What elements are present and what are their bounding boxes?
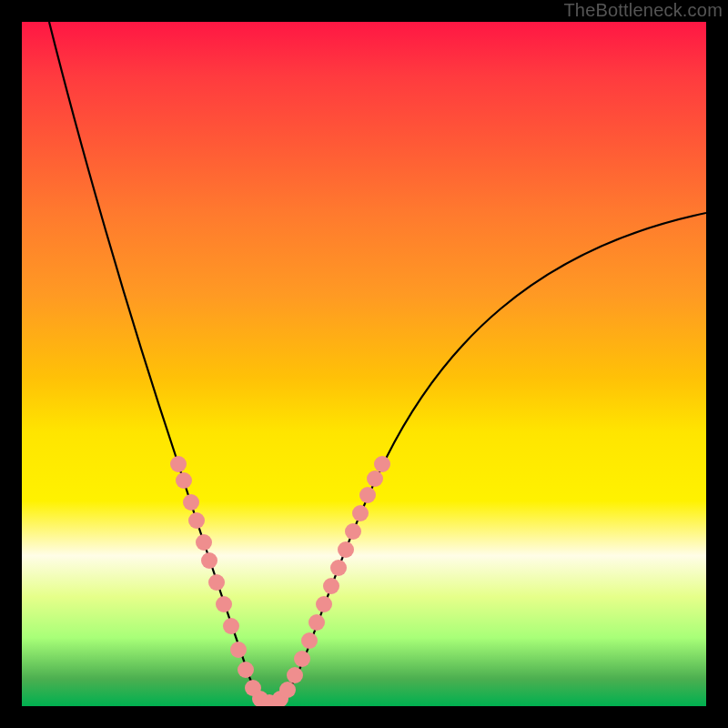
svg-point-5 — [201, 552, 217, 569]
svg-point-28 — [374, 456, 390, 472]
svg-point-17 — [294, 651, 310, 667]
chart-plot-area — [22, 22, 706, 706]
bottleneck-curve — [49, 22, 706, 704]
svg-point-23 — [338, 541, 354, 558]
svg-point-18 — [301, 632, 318, 649]
svg-point-6 — [208, 574, 225, 591]
svg-point-25 — [352, 505, 369, 521]
svg-point-19 — [308, 614, 325, 631]
svg-point-7 — [216, 596, 232, 612]
svg-point-3 — [188, 512, 205, 529]
svg-point-24 — [345, 523, 361, 540]
chart-svg — [22, 22, 706, 706]
svg-point-22 — [330, 560, 347, 576]
svg-point-9 — [230, 642, 247, 658]
chart-frame: TheBottleneck.com — [0, 0, 728, 728]
svg-point-16 — [287, 667, 303, 683]
svg-point-15 — [279, 682, 296, 698]
svg-point-26 — [359, 487, 376, 503]
watermark-text: TheBottleneck.com — [563, 0, 723, 21]
svg-point-4 — [196, 534, 212, 551]
svg-point-27 — [367, 470, 383, 487]
marker-dots-right — [272, 456, 390, 706]
svg-point-21 — [323, 578, 339, 594]
svg-point-8 — [223, 618, 239, 634]
marker-dots-left — [170, 456, 278, 706]
svg-point-1 — [176, 472, 192, 489]
svg-point-10 — [238, 662, 254, 678]
svg-point-0 — [170, 456, 187, 472]
svg-point-20 — [316, 596, 332, 612]
svg-point-2 — [183, 494, 199, 511]
